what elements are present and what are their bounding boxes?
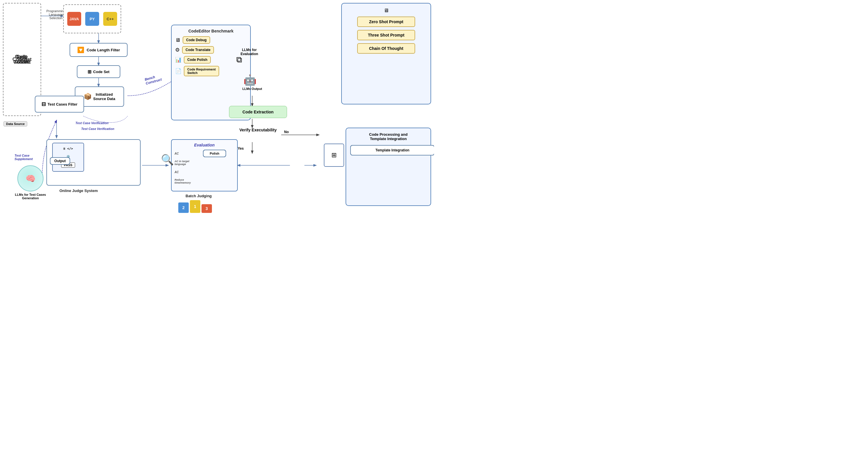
code-set-icon: ⊞: [88, 69, 91, 74]
code-processing-title: Code Processing andTemplate Integration: [350, 132, 427, 141]
output-item: Output: [50, 157, 70, 165]
code-extraction-label: Code Extraction: [242, 110, 273, 114]
code-set-label: Code Set: [93, 70, 109, 74]
code-translate-btn: Code Translate: [182, 46, 214, 54]
compile-icon: ⊞: [324, 144, 344, 167]
test-case-verification-text: Test Case Verification: [81, 127, 114, 130]
verify-executability-label: Verify Executability: [229, 128, 287, 132]
evaluation-title: Evaluation: [175, 143, 234, 147]
llms-eval-label: LLMs forEvaluation: [238, 48, 261, 56]
llm-robot-icon: 🤖: [244, 74, 256, 86]
batch-judging-title: Batch Judging: [186, 194, 212, 198]
template-integration-item: Template Integration: [350, 145, 434, 155]
eval-magnifier-icon: 🔍: [161, 154, 174, 166]
test-case-verification-label: Test Case Verification: [75, 121, 108, 125]
test-cases-filter-box: ⊟ Test Cases Filter: [35, 96, 84, 113]
rank-2: 2: [178, 203, 189, 213]
chain-of-thought-btn: Chain Of Thought: [357, 43, 415, 54]
java-icon: JAVA: [67, 12, 81, 26]
llms-output-label: LLMs Output: [241, 87, 264, 90]
cpp-icon: C++: [103, 12, 117, 26]
switch-icon: 📄: [175, 68, 182, 74]
source-icon: 📦: [84, 93, 92, 100]
rank-3: 3: [202, 204, 212, 213]
ai-brain-icon: 🧠: [18, 165, 43, 191]
test-case-supplement-label: Test CaseSupplement: [14, 154, 33, 161]
yes-label: Yes: [238, 147, 244, 151]
ac-label2: AC: [175, 168, 200, 176]
test-cases-filter-label: Test Cases Filter: [48, 102, 78, 107]
three-shot-btn: Three Shot Prompt: [357, 30, 415, 40]
monitor-icon: 🖥: [383, 7, 389, 13]
llm-copy-icon: ⧉: [236, 55, 242, 65]
codexglue-label: CodeXGLUE: [14, 54, 30, 65]
code-set-box: ⊞ Code Set: [77, 65, 120, 78]
translate-icon: ⚙: [175, 47, 180, 53]
code-length-filter-label: Code Length Filter: [87, 48, 120, 52]
zero-shot-btn: Zero Shot Prompt: [357, 17, 415, 27]
code-extraction-box: Code Extraction: [229, 106, 287, 118]
code-debug-btn: Code Debug: [183, 36, 210, 44]
batch-judging-box: Evaluation AC AC in targetlanguage AC Re…: [171, 139, 238, 191]
reduce-label: Reducetime/memory: [175, 178, 200, 185]
ac-target-label: AC in targetlanguage: [175, 159, 200, 167]
no-label: No: [284, 130, 289, 134]
code-length-filter-box: 🔽 Code Length Filter: [69, 43, 128, 57]
code-polish-btn: Code Polish: [184, 56, 211, 63]
data-source-section-label: Data Source: [3, 121, 27, 126]
online-judge-title: Online Judge System: [59, 188, 98, 193]
prompts-box: 🖥 Zero Shot Prompt Three Shot Prompt Cha…: [341, 3, 431, 104]
polish-icon: 📊: [175, 57, 182, 63]
filter-icon: 🔽: [77, 47, 84, 53]
code-processing-box: Code Processing andTemplate Integration …: [346, 128, 431, 206]
code-editor-title: CodeEditor Benchmark: [175, 29, 247, 33]
code-req-switch-btn: Code RequirementSwitch: [184, 66, 219, 76]
online-judge-box: Code Input Output ≡ </> ⚙️ PASS: [46, 139, 141, 186]
lang-icons-box: JAVA PY C++: [63, 4, 121, 33]
polish-task: Polish: [203, 150, 226, 157]
filter2-icon: ⊟: [41, 101, 46, 107]
debug-icon: 🖥: [175, 37, 180, 43]
py-icon: PY: [85, 12, 99, 26]
ac-label1: AC: [175, 150, 200, 157]
bench-construct-label: BenchConstruct: [144, 73, 162, 86]
llms-test-cases-label: LLMs for Test CasesGeneration: [11, 193, 49, 200]
rank-1: 1: [190, 200, 200, 213]
initialized-source-label: InitializedSource Data: [93, 92, 115, 101]
